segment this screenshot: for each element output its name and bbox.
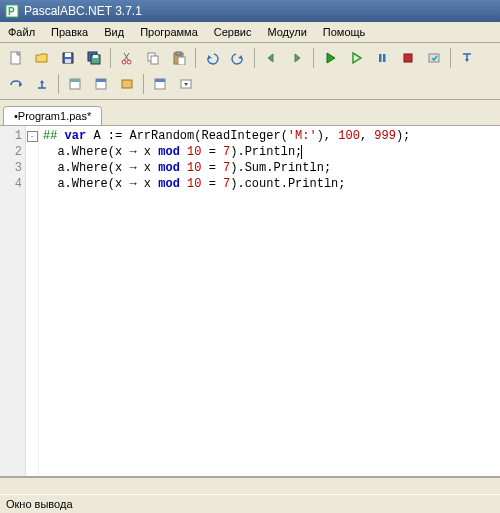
undo-icon[interactable]	[200, 46, 224, 70]
output-panel: Окно вывода M: 100 837 457 367 527 557 5…	[0, 494, 500, 513]
menu-service[interactable]: Сервис	[206, 23, 260, 41]
menu-program[interactable]: Программа	[132, 23, 206, 41]
line-number: 1	[0, 128, 22, 144]
menu-file[interactable]: Файл	[0, 23, 43, 41]
svg-rect-5	[65, 59, 71, 63]
step-into-icon[interactable]	[455, 46, 479, 70]
svg-rect-14	[176, 52, 181, 55]
code-line: ## var A := ArrRandom(ReadInteger('M:'),…	[43, 128, 496, 144]
step-out-icon[interactable]	[30, 72, 54, 96]
nav-forward-icon[interactable]	[285, 46, 309, 70]
window-title: PascalABC.NET 3.7.1	[24, 4, 142, 18]
svg-rect-16	[379, 54, 382, 62]
code-line: a.Where(x → x mod 10 = 7).Sum.Println;	[43, 160, 496, 176]
separator	[195, 48, 196, 68]
code-editor[interactable]: 1 2 3 4 - ## var A := ArrRandom(ReadInte…	[0, 126, 500, 477]
copy-icon[interactable]	[141, 46, 165, 70]
svg-text:P: P	[8, 6, 15, 17]
separator	[110, 48, 111, 68]
svg-rect-21	[70, 79, 80, 82]
dropdown-icon[interactable]	[174, 72, 198, 96]
separator	[313, 48, 314, 68]
svg-rect-24	[122, 80, 132, 88]
cut-icon[interactable]	[115, 46, 139, 70]
svg-rect-15	[178, 57, 185, 65]
horizontal-scrollbar[interactable]	[0, 477, 500, 494]
save-icon[interactable]	[56, 46, 80, 70]
toolbar	[0, 43, 500, 100]
separator	[58, 74, 59, 94]
new-file-icon[interactable]	[4, 46, 28, 70]
document-tab[interactable]: •Program1.pas*	[3, 106, 102, 125]
paste-icon[interactable]	[167, 46, 191, 70]
svg-rect-8	[93, 55, 98, 58]
run-no-debug-icon[interactable]	[344, 46, 368, 70]
menu-edit[interactable]: Правка	[43, 23, 96, 41]
app-icon: P	[4, 3, 20, 19]
stop-icon[interactable]	[396, 46, 420, 70]
pause-icon[interactable]	[370, 46, 394, 70]
svg-rect-12	[151, 56, 158, 64]
menu-view[interactable]: Вид	[96, 23, 132, 41]
code-line: a.Where(x → x mod 10 = 7).Println;	[43, 144, 496, 160]
fold-toggle-icon[interactable]: -	[27, 131, 38, 142]
save-all-icon[interactable]	[82, 46, 106, 70]
line-number: 2	[0, 144, 22, 160]
separator	[254, 48, 255, 68]
run-icon[interactable]	[318, 46, 342, 70]
code-line: a.Where(x → x mod 10 = 7).count.Println;	[43, 176, 496, 192]
svg-rect-17	[383, 54, 386, 62]
build-icon[interactable]	[115, 72, 139, 96]
line-gutter: 1 2 3 4	[0, 126, 26, 476]
nav-back-icon[interactable]	[259, 46, 283, 70]
line-number: 3	[0, 160, 22, 176]
separator	[143, 74, 144, 94]
open-file-icon[interactable]	[30, 46, 54, 70]
window-icon[interactable]	[89, 72, 113, 96]
fold-column: -	[26, 126, 39, 476]
svg-rect-18	[404, 54, 412, 62]
code-area[interactable]: ## var A := ArrRandom(ReadInteger('M:'),…	[39, 126, 500, 476]
window2-icon[interactable]	[148, 72, 172, 96]
svg-rect-4	[65, 53, 71, 57]
form-designer-icon[interactable]	[63, 72, 87, 96]
svg-rect-23	[96, 79, 106, 82]
separator	[450, 48, 451, 68]
menu-modules[interactable]: Модули	[259, 23, 314, 41]
svg-rect-26	[155, 79, 165, 82]
title-bar: P PascalABC.NET 3.7.1	[0, 0, 500, 22]
line-number: 4	[0, 176, 22, 192]
menu-help[interactable]: Помощь	[315, 23, 374, 41]
redo-icon[interactable]	[226, 46, 250, 70]
menu-bar: Файл Правка Вид Программа Сервис Модули …	[0, 22, 500, 43]
step-over-icon[interactable]	[4, 72, 28, 96]
compile-icon[interactable]	[422, 46, 446, 70]
tab-bar: •Program1.pas*	[0, 100, 500, 126]
output-header: Окно вывода	[0, 494, 500, 513]
